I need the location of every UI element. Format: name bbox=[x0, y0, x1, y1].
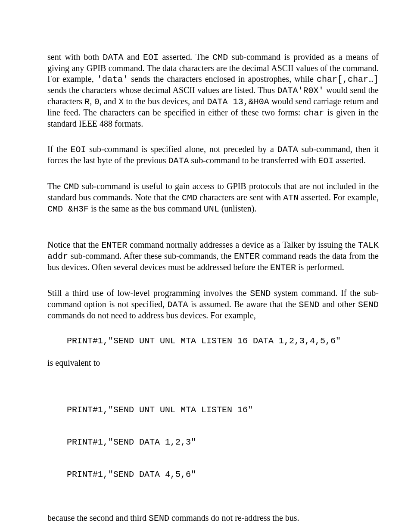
paragraph-3: The CMD sub-command is useful to gain ac… bbox=[47, 181, 379, 215]
text: sends the characters whose decimal ASCII… bbox=[47, 85, 277, 95]
text: and other bbox=[320, 299, 358, 309]
code-token: DATA bbox=[168, 156, 189, 166]
code-token: DATA bbox=[103, 53, 123, 62]
paragraph-6: because the second and third SEND comman… bbox=[47, 513, 379, 524]
code-token: DATA'R0X' bbox=[277, 86, 324, 96]
text: asserted. bbox=[333, 156, 365, 165]
code-token: EOI bbox=[143, 53, 159, 62]
code-token: 'data' bbox=[97, 75, 128, 84]
text: The bbox=[47, 181, 63, 191]
text: is performed. bbox=[296, 262, 344, 272]
paragraph-5: Still a third use of low-level programmi… bbox=[47, 288, 379, 321]
code-token: DATA bbox=[277, 145, 298, 155]
code-block-1: PRINT#1,"SEND UNT UNL MTA LISTEN 16 DATA… bbox=[67, 336, 379, 346]
code-token: X bbox=[118, 97, 124, 107]
between-text: is equivalent to bbox=[47, 358, 379, 368]
text: command normally addresses a device as a… bbox=[127, 240, 358, 249]
text: sub-command is specified alone, not prec… bbox=[86, 144, 277, 154]
text: to the bus devices, and bbox=[124, 96, 207, 106]
text: , bbox=[90, 96, 94, 106]
paragraph-4: Notice that the ENTER command normally a… bbox=[47, 240, 379, 273]
code-token: char[,char…] bbox=[317, 75, 379, 84]
text: asserted. For example, bbox=[299, 193, 379, 202]
code-token: DATA 13,&H0A bbox=[207, 97, 269, 107]
paragraph-1: sent with both DATA and EOI asserted. Th… bbox=[47, 52, 379, 129]
code-token: SEND bbox=[299, 300, 320, 310]
code-token: ENTER bbox=[101, 240, 127, 250]
code-token: EOI bbox=[70, 145, 86, 155]
code-token: SEND bbox=[149, 513, 169, 523]
text: (unlisten). bbox=[219, 204, 257, 213]
code-token: CMD bbox=[63, 182, 79, 192]
text: asserted. The bbox=[159, 52, 212, 62]
code-token: EOI bbox=[318, 156, 333, 166]
code-block-2: PRINT#1,"SEND UNT UNL MTA LISTEN 16" PRI… bbox=[67, 383, 379, 501]
text: is assumed. Be aware that the bbox=[188, 299, 299, 309]
text: is the same as the bus command bbox=[89, 204, 204, 213]
text: Still a third use of low-level programmi… bbox=[47, 288, 250, 298]
text: If the bbox=[47, 144, 70, 154]
text: characters are sent with bbox=[197, 193, 283, 202]
code-token: 0 bbox=[94, 97, 100, 107]
document-page: sent with both DATA and EOI asserted. Th… bbox=[0, 0, 411, 532]
text: and bbox=[123, 52, 143, 62]
text: , and bbox=[100, 96, 118, 106]
code-token: ENTER bbox=[234, 252, 260, 261]
code-token: ENTER bbox=[270, 263, 296, 273]
code-token: R bbox=[84, 97, 90, 107]
text: because the second and third bbox=[47, 513, 149, 523]
code-line: PRINT#1,"SEND UNT UNL MTA LISTEN 16" bbox=[67, 404, 379, 415]
code-token: ATN bbox=[283, 193, 299, 203]
code-token: char bbox=[303, 108, 324, 118]
text: sends the characters enclosed in apostro… bbox=[128, 74, 317, 84]
text: Notice that the bbox=[47, 240, 101, 249]
text: commands do not need to address bus devi… bbox=[47, 311, 256, 320]
code-line: PRINT#1,"SEND DATA 4,5,6" bbox=[67, 469, 379, 480]
text: sent with both bbox=[47, 52, 103, 62]
code-line: PRINT#1,"SEND DATA 1,2,3" bbox=[67, 437, 379, 448]
code-token: SEND bbox=[250, 289, 271, 299]
code-token: UNL bbox=[204, 204, 219, 214]
code-token: DATA bbox=[168, 300, 188, 310]
code-token: CMD bbox=[182, 193, 197, 203]
paragraph-2: If the EOI sub-command is specified alon… bbox=[47, 144, 379, 166]
text: sub-command to be transferred with bbox=[189, 156, 318, 165]
code-token: SEND bbox=[358, 300, 379, 310]
code-token: CMD &H3F bbox=[47, 204, 89, 214]
text: sub-command. After these sub-commands, t… bbox=[68, 251, 234, 261]
code-token: CMD bbox=[212, 53, 228, 62]
text: commands do not re-address the bus. bbox=[169, 513, 299, 523]
